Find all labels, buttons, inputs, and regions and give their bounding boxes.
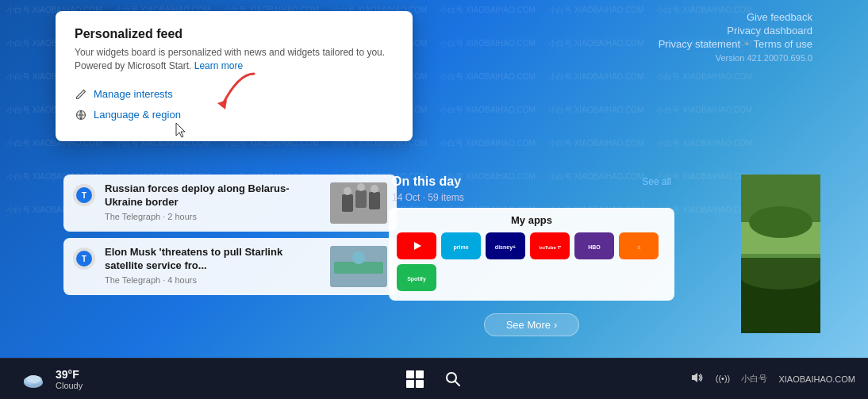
svg-marker-43 [692,373,697,382]
svg-point-8 [344,187,351,195]
divider: • [745,38,749,50]
version-text: Version 421.20070.695.0 [716,53,812,63]
svg-rect-6 [355,190,367,208]
news-meta-2: The Telegraph · 4 hours [105,275,321,285]
time-display[interactable]: XIAOBAIHAO.COM [775,373,858,386]
privacy-statement-link[interactable]: Privacy statement [659,38,740,50]
svg-line-42 [455,381,460,386]
search-button[interactable] [437,363,469,395]
see-more-label: See More [506,319,551,331]
weather-icon [19,365,48,393]
news-section: T Russian forces deploy along Belarus-Uk… [63,175,397,301]
app-grid: prime disney+ YouTube TV HBO ♫ [389,229,674,294]
news-card-1[interactable]: T Russian forces deploy along Belarus-Uk… [63,175,397,232]
globe-icon [75,109,87,121]
weather-temperature: 39°F [56,368,83,381]
svg-text:HBO: HBO [588,244,601,250]
app-icon-youtube[interactable] [397,232,436,259]
svg-point-36 [741,266,820,290]
search-icon [444,370,462,388]
otd-header: On this day See all [389,175,674,189]
news-content-1: Russian forces deploy along Belarus-Ukra… [105,182,321,221]
top-area: 小白号 XIAOBAIHAO.COM 小白号 XIAOBAIHAO.COM 小白… [0,0,868,358]
news-card-2[interactable]: T Elon Musk 'threatens to pull Starlink … [63,238,397,295]
taskbar-right: ((•)) 小白号 XIAOBAIHAO.COM [687,369,858,389]
terms-of-use-link[interactable]: Terms of use [754,38,812,50]
svg-text:♫: ♫ [636,244,640,250]
language-region-link[interactable]: Language & region [75,105,394,125]
edit-icon [75,88,87,101]
taskbar-center [399,363,469,395]
svg-point-10 [371,185,378,193]
on-this-day-section: On this day See all 14 Oct · 59 items My… [389,175,674,336]
see-more-button[interactable]: See More › [484,313,579,336]
chevron-right-icon: › [554,319,557,331]
news-source-icon-2: T [73,247,95,270]
svg-text:T: T [82,255,86,263]
svg-point-15 [352,251,365,264]
app-icon-music[interactable]: ♫ [619,232,659,259]
weather-widget[interactable]: 39°F Cloudy [10,362,92,397]
svg-text:YouTube TV: YouTube TV [539,245,561,250]
privacy-dashboard-link[interactable]: Privacy dashboard [727,25,812,36]
app-icon-spotify[interactable]: Spotify [397,264,436,291]
news-title-1: Russian forces deploy along Belarus-Ukra… [105,182,321,209]
svg-point-40 [26,375,40,383]
otd-right-image-panel [741,175,820,333]
network-icon[interactable]: ((•)) [712,369,733,389]
windows-start-button[interactable] [399,363,431,395]
my-apps-panel: My apps prime disney+ YouTube TV [389,208,674,301]
my-apps-title: My apps [389,208,674,229]
svg-rect-7 [369,192,380,209]
svg-text:disney+: disney+ [495,244,516,251]
windows-logo-icon [406,370,424,388]
news-image-2 [330,246,387,287]
popup-title: Personalized feed [75,27,394,41]
system-tray: ((•)) 小白号 XIAOBAIHAO.COM [687,369,858,389]
popup-description: Your widgets board is personalized with … [75,46,394,73]
give-feedback-link[interactable]: Give feedback [747,11,812,23]
weather-info: 39°F Cloudy [56,368,83,390]
news-img-placeholder-1 [330,182,387,224]
svg-point-9 [357,183,365,191]
svg-text:Spotify: Spotify [407,276,426,282]
news-source-icon-1: T [73,184,95,206]
app-icon-youtubetv[interactable]: YouTube TV [530,232,570,259]
screen: 小白号 XIAOBAIHAO.COM 小白号 XIAOBAIHAO.COM 小白… [0,0,868,399]
svg-text:T: T [82,191,86,200]
svg-point-34 [749,206,812,238]
news-content-2: Elon Musk 'threatens to pull Starlink sa… [105,246,321,285]
news-meta-1: The Telegraph · 2 hours [105,212,321,221]
personalized-feed-popup: Personalized feed Your widgets board is … [56,11,413,141]
news-title-2: Elon Musk 'threatens to pull Starlink sa… [105,246,321,273]
app-icon-disney[interactable]: disney+ [486,232,525,259]
manage-interests-link[interactable]: Manage interests [75,84,394,105]
weather-description: Cloudy [56,381,83,390]
svg-text:prime: prime [453,244,468,251]
right-panel: Give feedback Privacy dashboard Privacy … [659,11,812,63]
news-img-placeholder-2 [330,246,387,287]
learn-more-link[interactable]: Learn more [194,60,243,71]
news-image-1 [330,182,387,224]
otd-see-all-link[interactable]: See all [642,176,671,187]
taskbar: 39°F Cloudy [0,358,868,399]
svg-text:((•)): ((•)) [716,374,730,383]
notification-area[interactable]: 小白号 [738,371,770,386]
otd-title: On this day [392,175,461,189]
svg-rect-5 [342,194,353,212]
app-icon-prime[interactable]: prime [441,232,481,259]
volume-icon[interactable] [687,369,708,389]
otd-subtitle: 14 Oct · 59 items [389,192,674,203]
app-icon-hbomax[interactable]: HBO [574,232,614,259]
privacy-terms-row: Privacy statement • Terms of use [659,38,812,50]
taskbar-left: 39°F Cloudy [10,362,92,397]
